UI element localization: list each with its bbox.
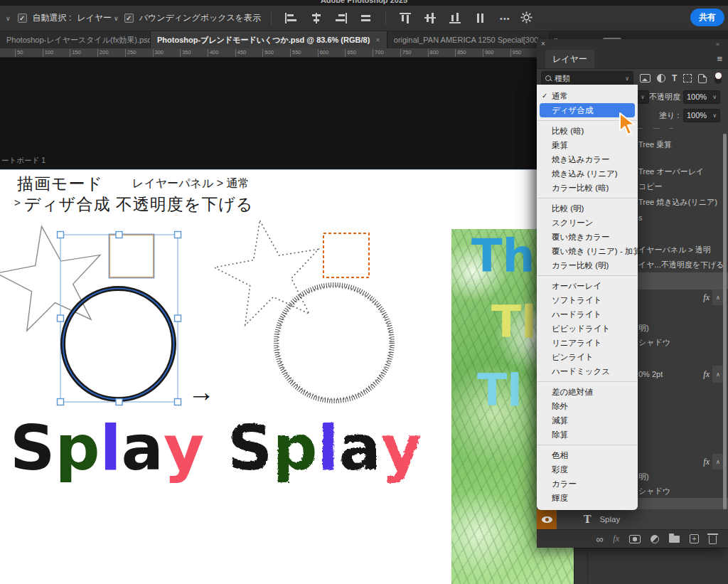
layer-row-text: 0% 2pt [638,370,663,378]
blend-mode-item[interactable]: 除算 [537,428,638,442]
close-icon[interactable]: × [375,36,380,44]
shapes-group[interactable] [0,221,462,413]
blend-mode-item[interactable]: カラー [537,477,638,491]
ruler-tick: 700 [373,49,384,58]
blend-mode-item[interactable]: ピンライト [537,350,638,364]
ruler-tick: 350 [180,49,191,58]
artboard-label[interactable]: ートボード 1 [1,156,46,166]
blend-mode-item[interactable]: 色相 [537,448,638,462]
filter-smart-objects-icon[interactable] [698,74,707,83]
ruler-tick: 800 [428,49,439,58]
adjustment-layer-icon[interactable] [651,535,659,543]
app-title: Adobe Photoshop 2025 [0,0,728,4]
ruler-tick: 650 [345,49,356,58]
delete-layer-icon[interactable] [709,536,717,544]
type-layer-thumbnail[interactable]: T [584,514,591,525]
distribute-vertical-icon[interactable] [360,13,372,23]
settings-gear-icon[interactable] [520,11,532,26]
blend-mode-item[interactable]: 乗算 [537,138,638,152]
tab-blend-modes[interactable]: Photoshop-ブレンドモードいくつか.psd @ 83.6% (RGB/8… [151,31,387,48]
align-middle-vertical-icon[interactable] [424,13,437,23]
lock-icons-fragment[interactable]: — — – [636,124,678,132]
panel-scrollbar[interactable] [723,134,727,509]
align-top-icon[interactable] [400,13,412,23]
blend-mode-item[interactable]: スクリーン [537,216,638,230]
photo-text-layer: Tl [477,368,523,413]
transform-arrow: → [188,377,215,408]
splay-text-dissolved[interactable]: Splay [228,414,422,503]
blend-mode-item[interactable]: 焼き込みカラー [537,152,638,166]
pasteboard: ートボード 1 [0,58,538,169]
layer-row-splay[interactable]: T Splay [537,509,728,529]
blend-mode-chevron-icon[interactable]: ∨ [636,90,649,104]
divider [385,11,386,26]
ruler-tick: 750 [400,49,412,58]
new-group-icon[interactable] [669,536,680,543]
distribute-horizontal-icon[interactable] [474,13,486,23]
close-icon[interactable]: × [541,40,545,48]
auto-select-label: 自動選択 : [33,12,72,24]
blend-mode-item[interactable]: 覆い焼き (リニア) - 加算 [537,244,638,258]
layer-row-text: シャドウ [638,337,670,348]
splay-text-normal[interactable]: Splay [10,414,204,503]
layer-style-fx-icon[interactable]: fx [613,533,619,544]
circle-dissolved-shape [276,285,392,401]
blend-mode-item[interactable]: 輝度 [537,491,638,505]
opacity-value[interactable]: 100%∨ [683,90,720,104]
blend-mode-item[interactable]: ビビッドライト [537,322,638,336]
splay-letter: l [317,414,338,483]
share-button[interactable]: 共有 [690,9,724,26]
circle-dissolved-grain [278,287,390,399]
collapse-chevron-icon[interactable]: « [716,41,719,48]
blend-mode-item[interactable]: ハードミックス [537,364,638,378]
align-bottom-icon[interactable] [449,13,461,23]
blend-mode-item[interactable]: 減算 [537,413,638,428]
blend-mode-item[interactable]: ✓通常 [537,89,638,103]
filter-type-layers-icon[interactable]: T [672,73,677,83]
auto-select-dropdown[interactable]: レイヤー∨ [77,12,118,24]
align-center-horizontal-icon[interactable] [310,13,322,23]
align-left-icon[interactable] [285,13,297,23]
filter-toggle-icon[interactable] [714,73,722,84]
filter-adjustment-layers-icon[interactable] [657,74,665,83]
blend-mode-item[interactable]: 焼き込み (リニア) [537,166,638,181]
align-right-icon[interactable] [335,13,347,23]
blend-mode-item[interactable]: ハードライト [537,307,638,322]
tab-pan-america[interactable]: original_PAN AMERICA 1250 Special[300– [387,31,550,48]
layer-filter-dropdown[interactable]: 種類 ∨ [541,71,633,85]
blend-mode-item[interactable]: 覆い焼きカラー [537,230,638,244]
panel-menu-icon[interactable]: ≡ [717,53,722,64]
blend-mode-item[interactable]: カラー比較 (明) [537,258,638,272]
tool-preset-chevron-icon[interactable]: ∨ [6,15,11,22]
fx-collapse-caret[interactable]: ∧ [712,290,724,305]
photo-text-layer: Tl [491,300,537,344]
splay-letter: p [55,414,100,483]
canvas-heading-note: レイヤーパネル > 通常 [132,176,249,191]
new-layer-icon[interactable]: + [690,534,699,543]
canvas-heading-line2: >ディザ合成 不透明度を下げる [14,193,253,216]
filter-shape-layers-icon[interactable] [683,74,692,83]
link-layers-icon[interactable]: ∞ [596,536,603,543]
filter-pixel-layers-icon[interactable] [640,74,651,83]
blend-mode-item[interactable]: 彩度 [537,462,638,477]
layers-tab[interactable]: レイヤー [545,50,594,68]
tab-layer-styles[interactable]: Photoshop-レイヤースタイル(fx効果).psd× [0,31,151,48]
blend-mode-item[interactable]: カラー比較 (暗) [537,181,638,195]
visibility-badge[interactable] [537,509,557,529]
blend-mode-item[interactable]: オーバーレイ [537,279,638,293]
blend-mode-item[interactable]: リニアライト [537,336,638,350]
layer-name[interactable]: Splay [599,515,620,524]
square-outline-shape [109,235,154,277]
layer-row-text: Tree オーバーレイ [638,166,704,177]
fx-collapse-caret[interactable]: ∧ [712,366,724,383]
fx-collapse-caret[interactable]: ∧ [712,454,724,469]
fill-value[interactable]: 100%∨ [683,109,720,122]
auto-select-checkbox[interactable]: ✓ [18,14,27,23]
bounding-box-checkbox[interactable]: ✓ [124,14,134,23]
blend-mode-item[interactable]: 比較 (明) [537,201,638,216]
more-options-icon[interactable]: ••• [500,14,510,23]
blend-mode-item[interactable]: 差の絶対値 [537,385,638,399]
blend-mode-item[interactable]: 除外 [537,399,638,413]
add-layer-mask-icon[interactable] [629,535,641,543]
blend-mode-item[interactable]: ソフトライト [537,293,638,307]
